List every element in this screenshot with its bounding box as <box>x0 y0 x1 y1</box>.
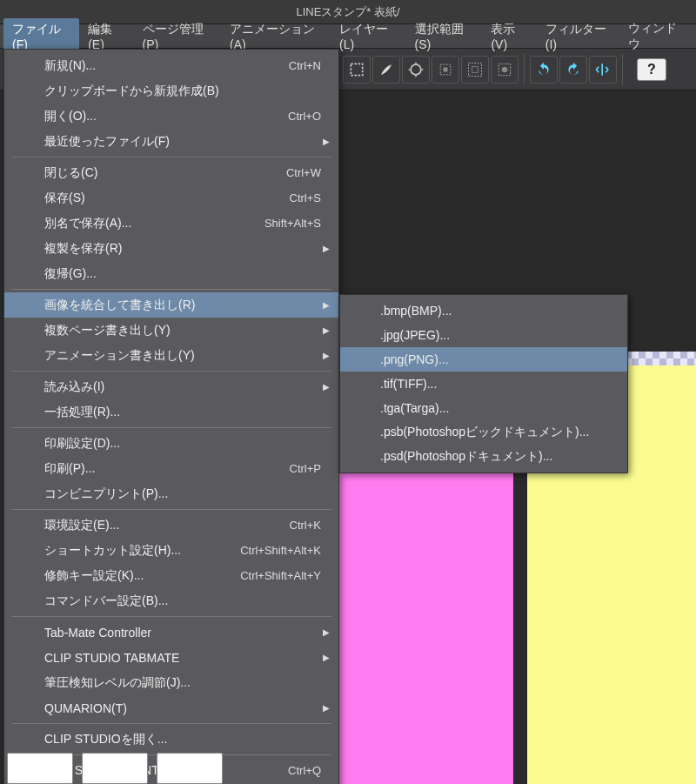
submenu-arrow-icon: ▶ <box>323 703 330 713</box>
shrink-selection-icon[interactable] <box>432 56 459 84</box>
file-menu-item[interactable]: 保存(S)Ctrl+S <box>4 185 338 211</box>
menu-item-label: CLIP STUDIO TABMATE <box>44 651 328 665</box>
export-format-item[interactable]: .tif(TIFF)... <box>340 372 627 396</box>
page-thumb[interactable] <box>7 753 73 784</box>
file-menu-item[interactable]: 新規(N)...Ctrl+N <box>4 53 338 78</box>
file-menu-item[interactable]: 一括処理(R)... <box>4 399 338 425</box>
file-menu-item[interactable]: 複数ページ書き出し(Y)▶ <box>4 318 338 343</box>
menu-item-label: コンビニプリント(P)... <box>44 486 328 502</box>
file-menu-item[interactable]: 印刷(P)...Ctrl+P <box>4 456 338 481</box>
menu-item-label: 保存(S) <box>44 191 290 206</box>
menu-item-label: 最近使ったファイル(F) <box>44 134 328 150</box>
file-menu-item[interactable]: 別名で保存(A)...Shift+Alt+S <box>4 211 338 236</box>
menu-selection[interactable]: 選択範囲(S) <box>406 18 483 55</box>
file-menu-item[interactable]: クリップボードから新規作成(B) <box>4 78 338 104</box>
file-menu-item[interactable]: 閉じる(C)Ctrl+W <box>4 160 338 185</box>
menu-item-shortcut: Ctrl+W <box>286 166 321 179</box>
menu-separator <box>11 157 331 157</box>
file-menu-item[interactable]: 画像を統合して書き出し(R)▶ <box>4 292 338 318</box>
menu-item-label: 閉じる(C) <box>44 165 286 181</box>
menu-layer[interactable]: レイヤー(L) <box>331 18 405 55</box>
file-menu-item[interactable]: 印刷設定(D)... <box>4 431 338 456</box>
menu-item-label: 修飾キー設定(K)... <box>44 568 240 584</box>
file-menu-item[interactable]: アニメーション書き出し(Y)▶ <box>4 343 338 368</box>
export-format-item[interactable]: .psd(Photoshopドキュメント)... <box>340 445 627 469</box>
svg-rect-5 <box>472 66 478 72</box>
export-format-item[interactable]: .bmp(BMP)... <box>340 298 627 323</box>
file-menu-item[interactable]: 読み込み(I)▶ <box>4 374 338 399</box>
page-thumbnails <box>7 753 223 784</box>
menu-separator <box>11 427 331 428</box>
menu-item-shortcut: Ctrl+P <box>290 462 321 475</box>
file-menu-item[interactable]: 復帰(G)... <box>4 261 338 286</box>
menu-item-shortcut: Ctrl+Shift+Alt+K <box>240 544 321 557</box>
file-menu-item[interactable]: ショートカット設定(H)...Ctrl+Shift+Alt+K <box>4 538 338 563</box>
menu-separator <box>11 509 331 510</box>
menu-separator <box>11 289 331 290</box>
menu-separator <box>11 371 331 372</box>
file-menu-item[interactable]: CLIP STUDIOを開く... <box>4 727 338 752</box>
menu-filter[interactable]: フィルター(I) <box>537 18 620 55</box>
menu-item-label: QUMARION(T) <box>44 701 328 715</box>
menu-item-label: 複数ページ書き出し(Y) <box>44 323 328 338</box>
export-submenu: .bmp(BMP)....jpg(JPEG)....png(PNG)....ti… <box>339 294 628 473</box>
file-menu-item[interactable]: Tab-Mate Controller▶ <box>4 620 338 645</box>
submenu-arrow-icon: ▶ <box>323 382 330 392</box>
canvas-page-pink[interactable] <box>339 465 513 784</box>
export-format-item[interactable]: .png(PNG)... <box>340 347 627 372</box>
export-format-item[interactable]: .jpg(JPEG)... <box>340 323 627 347</box>
menu-item-shortcut: Ctrl+N <box>289 59 321 72</box>
menu-item-label: クリップボードから新規作成(B) <box>44 84 328 99</box>
file-menu-item[interactable]: コンビニプリント(P)... <box>4 481 338 506</box>
page-thumb[interactable] <box>157 753 223 784</box>
menu-item-label: CLIP STUDIOを開く... <box>44 732 328 747</box>
svg-rect-4 <box>469 63 482 76</box>
free-transform-icon[interactable] <box>402 56 430 84</box>
menu-bar: ファイル(F) 編集(E) ページ管理(P) アニメーション(A) レイヤー(L… <box>0 24 696 49</box>
help-button[interactable]: ? <box>637 58 666 81</box>
menu-item-label: 読み込み(I) <box>44 379 328 395</box>
menu-view[interactable]: 表示(V) <box>482 18 536 55</box>
submenu-arrow-icon: ▶ <box>323 653 330 662</box>
submenu-arrow-icon: ▶ <box>323 244 330 253</box>
file-menu-item[interactable]: 環境設定(E)...Ctrl+K <box>4 513 338 538</box>
file-menu-item[interactable]: 複製を保存(R)▶ <box>4 236 338 261</box>
file-menu-item[interactable]: 筆圧検知レベルの調節(J)... <box>4 670 338 695</box>
file-menu-item[interactable]: QUMARION(T)▶ <box>4 695 338 720</box>
expand-selection-icon[interactable] <box>461 56 489 84</box>
menu-item-label: 開く(O)... <box>44 109 288 124</box>
page-thumb[interactable] <box>82 753 148 784</box>
rotate-right-icon[interactable] <box>559 56 587 84</box>
submenu-arrow-icon: ▶ <box>323 300 330 310</box>
menu-item-label: 環境設定(E)... <box>44 518 290 533</box>
flip-icon[interactable] <box>589 56 617 84</box>
rotate-left-icon[interactable] <box>530 56 558 84</box>
menu-item-shortcut: Ctrl+Q <box>288 764 321 777</box>
menu-separator <box>11 723 331 724</box>
menu-item-label: ショートカット設定(H)... <box>44 543 240 559</box>
quick-mask-icon[interactable] <box>491 56 519 84</box>
menu-separator <box>11 616 331 617</box>
file-menu-item[interactable]: 最近使ったファイル(F)▶ <box>4 129 338 154</box>
file-menu-item[interactable]: 開く(O)...Ctrl+O <box>4 104 338 129</box>
brush-icon[interactable] <box>372 56 400 84</box>
marquee-icon[interactable] <box>343 56 371 84</box>
svg-point-7 <box>502 66 508 72</box>
menu-item-label: 筆圧検知レベルの調節(J)... <box>44 675 328 691</box>
menu-item-label: 複製を保存(R) <box>44 241 328 257</box>
menu-window[interactable]: ウィンドウ <box>619 17 693 56</box>
file-menu-item[interactable]: コマンドバー設定(B)... <box>4 588 338 613</box>
file-menu-item[interactable]: CLIP STUDIO TABMATE▶ <box>4 645 338 670</box>
export-format-item[interactable]: .tga(Targa)... <box>340 396 627 420</box>
export-format-item[interactable]: .psb(Photoshopビックドキュメント)... <box>340 420 627 445</box>
menu-item-label: 画像を統合して書き出し(R) <box>44 298 328 313</box>
menu-item-label: Tab-Mate Controller <box>44 626 328 640</box>
submenu-arrow-icon: ▶ <box>323 137 330 146</box>
menu-item-shortcut: Ctrl+O <box>288 110 321 123</box>
file-menu-item[interactable]: 修飾キー設定(K)...Ctrl+Shift+Alt+Y <box>4 563 338 588</box>
menu-item-label: コマンドバー設定(B)... <box>44 593 328 609</box>
menu-item-label: 印刷(P)... <box>44 461 290 477</box>
menu-item-label: 復帰(G)... <box>44 266 328 282</box>
svg-rect-0 <box>351 64 362 75</box>
menu-item-shortcut: Ctrl+Shift+Alt+Y <box>240 569 321 582</box>
